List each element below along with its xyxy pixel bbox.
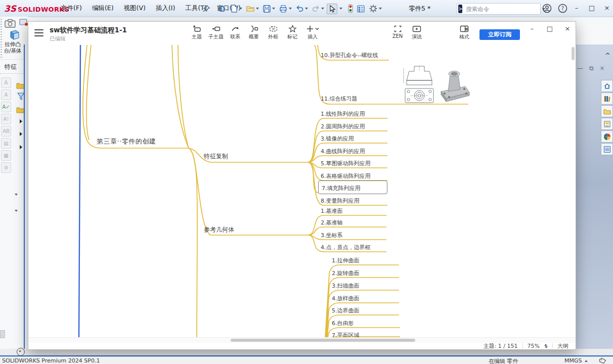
hatch-tool-icon[interactable]: ▦ [1,150,11,161]
mindmap-minimize-button[interactable]: – [527,25,538,32]
surface-finish-tool-icon[interactable]: ▤ [1,138,11,149]
spellcheck-tool-icon[interactable]: A✓ [1,102,11,112]
display-states-button[interactable] [347,3,354,14]
account-button[interactable] [542,4,552,15]
node-chapter3[interactable]: 第三章··零件的创建 [97,137,156,146]
undo-button[interactable] [294,4,309,14]
print-icon [279,5,288,13]
select-tool-button[interactable] [327,4,337,14]
node-item[interactable]: 1.基准面 [321,207,343,215]
pitch-mode-button[interactable]: 演说 [407,25,427,40]
panel-edge-tab[interactable] [0,330,5,338]
app-minimize-button[interactable]: – [571,4,583,12]
node-item[interactable]: 5.草图驱动阵列应用 [321,160,371,167]
pin-icon[interactable] [202,5,210,13]
node-item-selected[interactable]: 7.填充阵列应用 [322,185,361,192]
taskpane-home-tab[interactable] [601,80,613,92]
marker-button[interactable]: 标记 [282,25,302,40]
node-item[interactable]: 3.镜像的应用 [321,135,354,143]
menu-hamburger-icon[interactable] [34,29,43,36]
menu-insert[interactable]: 插入(I) [152,2,179,15]
summary-button[interactable]: 概要 [244,25,264,40]
save-button[interactable] [261,4,276,14]
sketch-text-tool-icon[interactable]: A [1,89,11,100]
node-item[interactable]: 6.自由形 [332,320,354,327]
zen-mode-button[interactable]: ZEN [387,25,408,39]
node-item[interactable]: 6.表格驱动阵列应用 [321,172,371,180]
settings-button[interactable] [368,3,383,14]
relationship-button[interactable]: 联系 [225,25,245,40]
app-close-button[interactable]: × [601,4,613,12]
node-item[interactable]: 4.曲线阵列的应用 [321,148,365,155]
record-button[interactable] [19,18,29,29]
open-button[interactable] [245,3,260,14]
format-panel-button[interactable]: B 格式 [454,25,474,40]
topic-button[interactable]: 主题 [187,25,207,40]
options-list-button[interactable] [356,4,366,14]
node-item[interactable]: 10.异型孔命令--螺纹线 [321,52,378,59]
insert-button[interactable]: 插入 [302,25,323,40]
features-tab[interactable]: 特征 [5,63,17,71]
app-maximize-button[interactable]: □ [586,4,598,12]
node-item[interactable]: 7.平面区域 [332,332,360,337]
mindmap-close-button[interactable]: × [562,25,573,32]
print-button[interactable] [278,4,293,14]
node-item[interactable]: 4.放样曲面 [332,295,360,302]
taskpane-view-palette-tab[interactable] [601,118,613,130]
doc-restore-icon[interactable]: ⧉ [589,65,594,72]
node-ref-geometry[interactable]: 参考几何体 [204,225,234,234]
subscribe-button[interactable]: 立即订阅 [479,29,520,40]
units-dropdown-icon[interactable] [585,360,588,362]
node-item[interactable]: 1.线性阵列的应用 [321,110,365,118]
collapse-chevron-icon[interactable] [15,194,18,196]
tag-button[interactable] [599,357,606,364]
node-item[interactable]: 11.综合练习题 [321,95,358,103]
taskpane-custom-properties-tab[interactable] [601,143,613,155]
help-button[interactable]: ? [558,4,567,15]
tree-expand-arrow-icon[interactable] [20,132,22,136]
locate-center-button[interactable] [17,348,25,356]
mindmap-maximize-button[interactable]: □ [544,25,555,32]
node-item[interactable]: 2.基准轴 [321,219,343,226]
zoom-stepper[interactable] [544,344,548,348]
collapse-chevron-icon[interactable] [15,210,18,212]
no-symbol-tool-icon[interactable]: ⊘ [1,162,11,173]
subtopic-button[interactable]: 子主题 [206,25,226,40]
taskpane-file-explorer-tab[interactable] [601,105,613,117]
horizontal-scrollbar-thumb[interactable] [231,339,415,342]
home-button[interactable] [216,3,228,14]
boundary-button[interactable]: 外框 [263,25,283,40]
command-search[interactable]: > [457,3,541,15]
menu-view[interactable]: 视图(V) [120,2,150,15]
taskpane-appearances-tab[interactable] [601,130,613,143]
node-item[interactable]: 3.坐标系 [321,232,343,239]
node-item[interactable]: 4.点，质点，边界框 [321,244,371,251]
node-item[interactable]: 2.圆周阵列的应用 [321,123,365,130]
mindmap-canvas[interactable]: 第三章··零件的创建 特征复制 参考几何体 10.异型孔命令--螺纹线 11.综… [28,45,576,337]
taskpane-design-library-tab[interactable] [601,93,613,105]
new-document-button[interactable] [229,3,243,14]
outline-toggle[interactable]: 大纲 [557,342,568,350]
units-label[interactable]: MMGS [564,357,582,364]
datum-tool-icon[interactable]: AB [1,126,11,136]
tree-expand-arrow-icon[interactable] [20,119,22,123]
camera-button[interactable] [5,19,16,30]
vertical-scrollbar-thumb[interactable] [572,47,575,60]
node-item[interactable]: 5.边界曲面 [332,307,360,314]
menu-edit[interactable]: 编辑(E) [88,2,118,15]
menu-file[interactable]: 文件(F) [57,2,86,15]
balloon-tool-icon[interactable]: A! [1,114,11,124]
node-item[interactable]: 3.扫描曲面 [332,282,360,290]
taskpane-collapse-chevron-icon[interactable]: ^ [605,52,610,59]
tree-expand-arrow-icon[interactable] [20,145,22,149]
doc-minimize-icon[interactable]: — [577,65,583,72]
node-feature-copy[interactable]: 特征复制 [204,152,228,161]
redo-button[interactable] [311,4,325,14]
search-input[interactable] [465,5,541,13]
node-item[interactable]: 2.旋转曲面 [332,269,360,277]
node-item[interactable]: 1.拉伸曲面 [332,257,360,264]
note-tool-icon[interactable]: A [1,77,11,88]
node-item[interactable]: 8.变量阵列应用 [321,197,360,205]
node-attachment-image[interactable] [402,63,470,104]
doc-close-icon[interactable]: × [600,65,605,72]
